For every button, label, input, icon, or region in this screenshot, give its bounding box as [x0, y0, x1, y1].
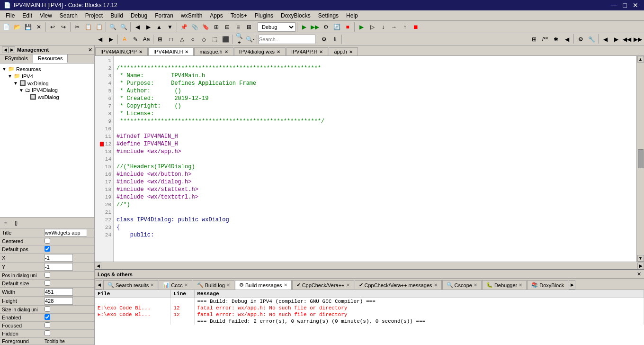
code-editor[interactable]: 1 2 3 4 5 6 7 8 9 10 11 12 13 14 15 16 1: [95, 56, 644, 262]
h-scrollbar[interactable]: ◀ ▶: [95, 262, 644, 269]
title-bar-controls[interactable]: — □ ✕: [609, 1, 640, 9]
prop-check-defaultsize[interactable]: [45, 280, 50, 286]
tb2-btn3[interactable]: ✎: [130, 34, 141, 45]
tab-cscope[interactable]: 🔍 Cscope ✕: [442, 280, 482, 290]
menu-apps[interactable]: Apps: [206, 11, 226, 20]
panel-next-btn[interactable]: ▶: [9, 46, 15, 53]
search-input[interactable]: [259, 35, 315, 44]
menu-doxyblocks[interactable]: DoxyBlocks: [277, 11, 314, 20]
debug-out-btn[interactable]: ↑: [400, 22, 410, 32]
debug-continue-btn[interactable]: ▷: [367, 22, 377, 32]
menu-fortran[interactable]: Fortran: [151, 11, 177, 20]
debug-tb-btn5[interactable]: ⚙: [575, 34, 586, 45]
tab-search-results[interactable]: 🔍 Search results ✕: [103, 280, 158, 290]
menu-view[interactable]: View: [36, 11, 56, 20]
prop-value-x[interactable]: [45, 254, 73, 262]
debug-stop-btn[interactable]: ⏹: [411, 22, 421, 32]
menu-plugins[interactable]: Plugins: [251, 11, 277, 20]
copy-btn[interactable]: 📋: [83, 22, 93, 32]
tb-btn8[interactable]: ⊞: [211, 22, 222, 32]
tb2-btn8[interactable]: ◇: [198, 34, 209, 45]
open-btn[interactable]: 📂: [12, 22, 22, 32]
tb2-btn6[interactable]: △: [177, 34, 187, 45]
prop-value-title[interactable]: [45, 229, 87, 236]
tab-debugger[interactable]: 🐛 Debugger ✕: [482, 280, 527, 290]
tab-doxyblock[interactable]: 📚 DoxyBlock: [527, 280, 568, 290]
tab-fsymbols[interactable]: FSymbols: [0, 54, 33, 63]
prop-check-sizeindialog[interactable]: [45, 306, 50, 312]
menu-edit[interactable]: Edit: [18, 11, 36, 20]
debug-tb-btn4[interactable]: ◀: [562, 34, 572, 45]
prop-check-focused[interactable]: [45, 322, 50, 328]
prop-check-posindialog[interactable]: [45, 272, 50, 278]
menu-wxsmith[interactable]: wxSmith: [177, 11, 206, 20]
tree-item-wxdialog1[interactable]: ▼ 🔲 wxDialog: [2, 80, 92, 87]
logs-close-btn[interactable]: ✕: [637, 271, 641, 277]
tab-ipv4dialog-wxs[interactable]: IPV4dialog.wxs ✕: [234, 47, 286, 55]
tb-btn10[interactable]: ≡: [233, 22, 243, 32]
tab-cppcheck-msg-close[interactable]: ✕: [434, 282, 438, 288]
tab-resources[interactable]: Resources: [33, 54, 68, 63]
scroll-up-btn[interactable]: ▲: [637, 56, 644, 63]
tb2-block-btn[interactable]: ⊞: [155, 34, 165, 45]
tab-ipv4app-h[interactable]: IPV4APP.H ✕: [286, 47, 328, 55]
tab-close-btn[interactable]: ✕: [277, 49, 280, 54]
scroll-left-btn[interactable]: ◀: [95, 263, 101, 269]
tab-app-h[interactable]: app.h ✕: [329, 47, 358, 55]
tb2-settings-btn[interactable]: ⚙: [319, 34, 329, 45]
tb2-btn7[interactable]: ○: [188, 34, 198, 45]
menu-settings[interactable]: Settings: [314, 11, 342, 20]
tb-btn4[interactable]: ▼: [165, 22, 175, 32]
tb-btn6[interactable]: 📎: [189, 22, 200, 32]
debug-tb-btn1[interactable]: ⊞: [529, 34, 539, 45]
menu-help[interactable]: Help: [342, 11, 362, 20]
scroll-down-btn[interactable]: ▼: [637, 255, 644, 262]
save-btn[interactable]: 💾: [23, 22, 33, 32]
tab-cppcheck-msg[interactable]: ✔ CppCheck/Vera++ messages ✕: [355, 280, 442, 290]
tb2-zoom-in[interactable]: 🔍+: [234, 34, 244, 45]
scroll-right-btn[interactable]: ▶: [637, 263, 644, 269]
tb2-btn10[interactable]: ⬛: [220, 34, 231, 45]
props-icon-btn1[interactable]: ≡: [1, 218, 10, 227]
code-content[interactable]: /***************************************…: [114, 56, 636, 262]
debug-tb-btn8[interactable]: ▶: [611, 34, 621, 45]
tb-btn1[interactable]: ◀: [132, 22, 143, 32]
scroll-thumb[interactable]: [638, 149, 644, 168]
run-btn[interactable]: ▶: [299, 22, 309, 32]
v-scrollbar[interactable]: ▲ ▼: [636, 56, 644, 262]
tab-close-btn[interactable]: ✕: [224, 49, 228, 54]
tb2-btn5[interactable]: □: [166, 34, 176, 45]
debug-tb-btn10[interactable]: ▶▶: [633, 34, 643, 45]
debug-start-btn[interactable]: ▶: [356, 22, 367, 32]
tb-btn5[interactable]: 📌: [179, 22, 189, 32]
tab-close-btn[interactable]: ✕: [139, 49, 143, 54]
tree-item-wxdialog2[interactable]: ▶ 🔲 wxDialog: [2, 93, 92, 100]
stop-btn[interactable]: ■: [342, 22, 353, 32]
debug-tb-btn7[interactable]: ◀: [600, 34, 610, 45]
debug-step-over-btn[interactable]: →: [389, 22, 399, 32]
prop-check-defaultpos[interactable]: [45, 246, 50, 252]
tab-ipv4main-cpp[interactable]: IPV4MAIN.CPP ✕: [95, 47, 148, 55]
prop-check-hidden[interactable]: [45, 330, 50, 336]
build-run-btn[interactable]: ▶▶: [310, 22, 320, 32]
tab-buildlog-close[interactable]: ✕: [226, 282, 230, 288]
tb-btn9[interactable]: ⊟: [222, 22, 233, 32]
prop-check-enabled[interactable]: [45, 314, 50, 320]
tab-debugger-close[interactable]: ✕: [519, 282, 522, 288]
tb-btn3[interactable]: ▲: [154, 22, 164, 32]
tab-buildmsg-close[interactable]: ✕: [284, 282, 287, 288]
tb2-btn4[interactable]: Aa: [141, 34, 152, 45]
maximize-btn[interactable]: □: [621, 1, 629, 9]
debug-tb-btn3[interactable]: ✱: [551, 34, 561, 45]
menu-project[interactable]: Project: [81, 11, 107, 20]
debug-step-btn[interactable]: ↓: [378, 22, 388, 32]
tab-cscope-close[interactable]: ✕: [474, 282, 477, 288]
menu-debug[interactable]: Debug: [127, 11, 151, 20]
tab-cccc[interactable]: 📊 Cccc ✕: [159, 280, 192, 290]
bottom-nav-prev[interactable]: ◀: [96, 280, 102, 290]
tb2-info-btn[interactable]: ℹ: [330, 34, 340, 45]
replace-btn[interactable]: 🔍: [118, 22, 129, 32]
menu-tools[interactable]: Tools+: [227, 11, 251, 20]
redo-btn[interactable]: ↪: [58, 22, 69, 32]
debug-tb-btn6[interactable]: 🔧: [586, 34, 597, 45]
